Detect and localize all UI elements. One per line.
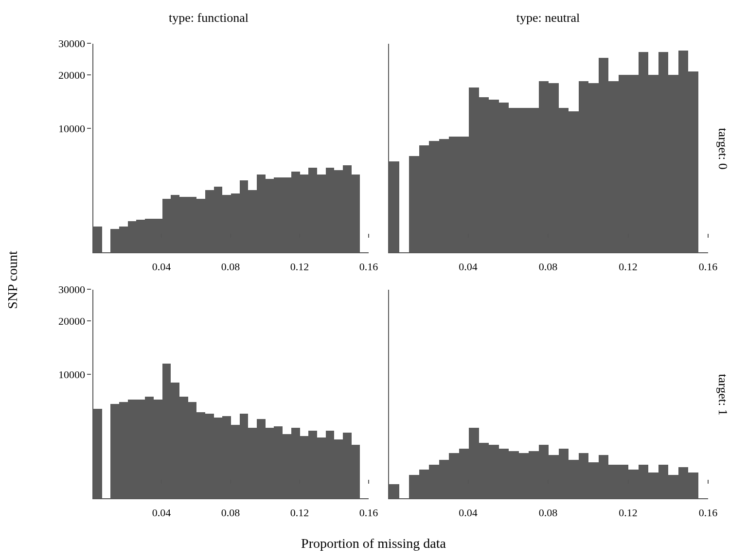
panel-target0-functional: 100002000030000 0.040.080.120.16 <box>49 44 369 275</box>
histogram-bar <box>648 75 658 252</box>
x-tick-label: 0.16 <box>699 507 718 519</box>
histogram-bar <box>489 445 499 498</box>
histogram-bar <box>308 168 317 252</box>
histogram-bar <box>171 383 179 498</box>
x-tick-label: 0.12 <box>290 507 309 519</box>
histogram-bar <box>240 180 249 252</box>
histogram-bar <box>248 190 257 252</box>
histogram-bar <box>658 465 669 498</box>
row-strip-target0: target: 0 <box>713 44 732 253</box>
histogram-bar <box>429 141 439 252</box>
histogram-bar <box>231 425 240 498</box>
histogram-bar <box>688 71 698 252</box>
histogram-bar <box>509 451 519 498</box>
histogram-bar <box>179 397 188 498</box>
histogram-bar <box>419 145 429 252</box>
histogram-bar <box>188 402 197 498</box>
histogram-bar <box>429 465 439 498</box>
y-tick-label: 30000 <box>58 283 85 296</box>
histogram-bar <box>489 100 499 252</box>
histogram-bar <box>469 428 479 498</box>
histogram-bar <box>110 404 119 498</box>
histogram-bar <box>499 103 509 252</box>
x-tick-label: 0.12 <box>619 261 638 273</box>
histogram-bar <box>248 428 257 498</box>
histogram-bar <box>136 220 145 252</box>
histogram-bar <box>205 414 214 498</box>
histogram-bar <box>171 195 179 252</box>
histogram-bar <box>317 175 326 252</box>
histogram-bar <box>688 472 698 498</box>
x-tick-label: 0.12 <box>290 261 309 273</box>
histogram-bar <box>668 75 678 252</box>
histogram-bar <box>549 83 559 252</box>
faceted-histogram-figure: SNP count Proportion of missing data typ… <box>0 0 747 560</box>
histogram-bar <box>317 438 326 498</box>
histogram-bar <box>658 52 669 252</box>
histogram-bar <box>419 470 429 498</box>
histogram-bar <box>619 75 629 252</box>
histogram-bar <box>136 400 145 498</box>
x-tick-label: 0.08 <box>221 507 240 519</box>
histogram-bar <box>291 428 300 498</box>
histogram-bar <box>343 433 352 498</box>
histogram-bar <box>449 453 459 498</box>
histogram-bar <box>588 462 599 498</box>
histogram-bar <box>569 111 579 252</box>
histogram-bar <box>559 449 569 498</box>
histogram-bar <box>196 412 205 498</box>
histogram-bar <box>300 175 309 252</box>
x-tick-label: 0.04 <box>459 261 478 273</box>
histogram-bar <box>93 409 102 498</box>
histogram-bar <box>334 170 343 252</box>
histogram-bar <box>389 161 399 252</box>
x-tick-label: 0.04 <box>459 507 478 519</box>
histogram-bar <box>519 108 529 252</box>
histogram-bar <box>509 108 519 252</box>
histogram-bar <box>291 172 300 252</box>
panel-target1-neutral: 100002000030000 0.040.080.120.16 target:… <box>388 290 708 521</box>
histogram-bar <box>599 58 609 252</box>
histogram-bar <box>639 465 649 498</box>
histogram-bar <box>231 193 240 252</box>
x-tick-label: 0.04 <box>152 261 171 273</box>
histogram-bar <box>409 475 419 498</box>
histogram-bar <box>266 428 274 498</box>
histogram-bar <box>93 227 102 252</box>
histogram-bar <box>162 364 171 498</box>
x-tick-label: 0.16 <box>359 261 378 273</box>
histogram-bar <box>334 439 343 498</box>
histogram-bar <box>214 187 223 252</box>
histogram-bar <box>283 177 291 252</box>
histogram-bar <box>519 453 529 498</box>
histogram-bar <box>608 465 619 498</box>
histogram-bar <box>283 434 291 498</box>
histogram-bar <box>128 221 137 252</box>
histogram-bar <box>678 467 689 498</box>
histogram-bar <box>588 83 599 252</box>
y-tick-label: 20000 <box>58 315 85 328</box>
histogram-bar <box>128 400 137 498</box>
panel-target0-neutral: 100002000030000 0.040.080.120.16 target:… <box>388 44 708 275</box>
x-axis-label: Proportion of missing data <box>0 536 747 551</box>
histogram-bar <box>529 108 539 252</box>
histogram-bar <box>639 52 649 252</box>
histogram-bar <box>579 453 589 498</box>
histogram-bar <box>188 197 197 252</box>
histogram-bar <box>326 431 335 498</box>
x-tick-label: 0.08 <box>539 507 558 519</box>
histogram-bar <box>205 190 214 252</box>
col-header-neutral: type: neutral <box>388 11 708 29</box>
histogram-bar <box>608 81 619 252</box>
x-tick-label: 0.16 <box>359 507 378 519</box>
histogram-bar <box>119 227 128 252</box>
histogram-bar <box>628 470 639 498</box>
histogram-bar <box>274 177 283 252</box>
col-header-functional: type: functional <box>49 11 369 29</box>
histogram-bar <box>678 51 689 252</box>
histogram-bar <box>628 75 639 252</box>
histogram-bar <box>110 229 119 252</box>
histogram-bar <box>539 81 549 252</box>
histogram-bar <box>439 460 449 498</box>
histogram-bar <box>439 139 449 252</box>
